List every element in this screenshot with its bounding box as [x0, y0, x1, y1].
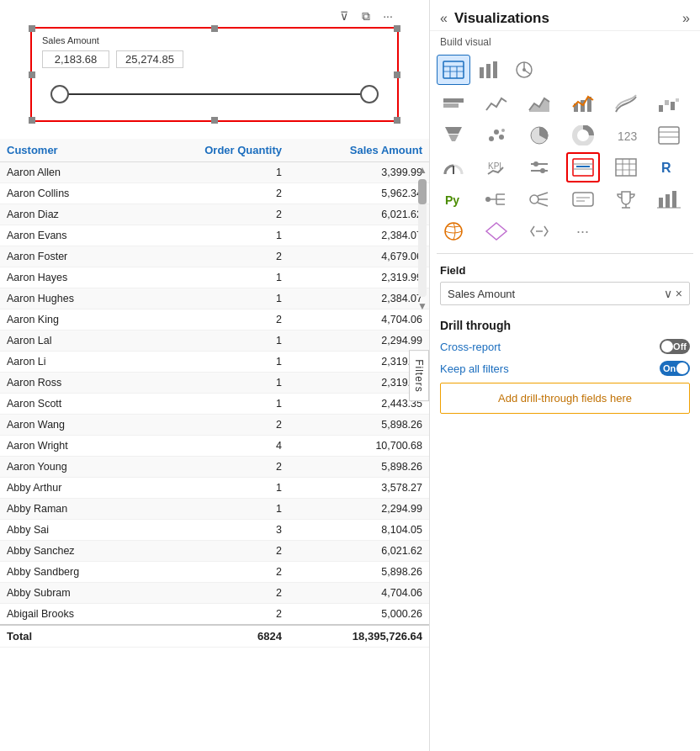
order-qty-cell: 2	[141, 541, 289, 562]
viz-python[interactable]: Py	[437, 184, 470, 214]
viz-key-influencers[interactable]	[522, 184, 556, 214]
svg-rect-17	[665, 100, 669, 105]
footer-label: Total	[0, 625, 141, 648]
viz-ribbon-chart[interactable]	[609, 88, 643, 119]
viz-slicer[interactable]	[522, 152, 556, 182]
table-row: Aaron Allen13,399.99	[0, 162, 429, 183]
slicer-max-value[interactable]: 25,274.85	[116, 50, 183, 68]
drill-add-fields-box[interactable]: Add drill-through fields here	[440, 383, 690, 414]
svg-rect-0	[443, 61, 464, 78]
resize-handle-tr[interactable]	[394, 25, 400, 32]
customer-cell: Aaron Evans	[0, 225, 141, 246]
viz-pie[interactable]	[522, 120, 556, 151]
viz-smart-narrative[interactable]	[566, 184, 600, 214]
svg-rect-10	[443, 98, 464, 103]
viz-funnel[interactable]	[437, 120, 470, 151]
slicer-min-value[interactable]: 2,183.68	[42, 50, 109, 68]
table-row: Aaron Hughes12,384.07	[0, 288, 429, 309]
viz-kpi[interactable]: KPI	[480, 152, 513, 182]
order-qty-cell: 2	[141, 183, 289, 204]
customer-cell: Abby Sanchez	[0, 541, 141, 562]
viz-gauge[interactable]	[437, 152, 470, 182]
sales-amount-cell: 5,898.26	[289, 457, 429, 478]
slider-handle-right[interactable]	[360, 85, 379, 103]
viz-scatter[interactable]	[480, 120, 513, 151]
resize-handle-tm[interactable]	[211, 25, 218, 32]
resize-handle-mr[interactable]	[394, 71, 400, 78]
drill-section: Drill through Cross-report Off Keep all …	[430, 312, 700, 420]
viz-analytics-icon[interactable]	[507, 55, 541, 85]
resize-handle-ml[interactable]	[29, 71, 35, 78]
viz-line-chart[interactable]	[480, 88, 513, 119]
dropdown-arrow-icon[interactable]: ∨	[664, 287, 672, 300]
expand-icon[interactable]: ⧉	[358, 8, 374, 24]
viz-donut[interactable]	[566, 120, 600, 151]
viz-arrows[interactable]	[522, 216, 556, 246]
viz-more-visuals[interactable]: ···	[566, 216, 600, 246]
sales-amount-cell: 2,319.99	[289, 352, 429, 373]
viz-area-chart[interactable]	[522, 88, 556, 119]
viz-icons-grid: 123 KPI R Py	[430, 85, 700, 250]
field-dropdown[interactable]: Sales Amount ∨ ×	[440, 282, 690, 305]
customer-cell: Aaron Allen	[0, 162, 141, 183]
filters-tab[interactable]: Filters	[409, 350, 429, 402]
table-row: Abby Raman12,294.99	[0, 499, 429, 520]
collapse-left-icon[interactable]: «	[440, 11, 448, 26]
viz-multi-row-card[interactable]	[652, 120, 686, 151]
panel-title: Visualizations	[454, 10, 549, 27]
resize-handle-tl[interactable]	[29, 25, 35, 32]
resize-handle-bl[interactable]	[29, 117, 35, 124]
resize-handle-bm[interactable]	[211, 117, 218, 124]
order-qty-cell: 1	[141, 373, 289, 394]
filter-icon[interactable]: ⊽	[337, 8, 352, 24]
svg-rect-66	[672, 191, 676, 208]
viz-combo-chart[interactable]	[566, 88, 600, 119]
svg-point-25	[501, 129, 505, 132]
resize-handle-br[interactable]	[394, 117, 400, 124]
customer-cell: Aaron Hughes	[0, 288, 141, 309]
scroll-down-arrow[interactable]: ▼	[417, 300, 427, 312]
viz-trophy[interactable]	[609, 184, 643, 214]
cross-report-toggle[interactable]: Off	[660, 339, 690, 354]
slider-handle-left[interactable]	[50, 85, 69, 103]
customer-cell: Abby Sai	[0, 520, 141, 541]
viz-number[interactable]: 123	[609, 120, 643, 151]
cross-report-toggle-track[interactable]: Off	[660, 339, 690, 354]
viz-map[interactable]	[437, 216, 470, 246]
customer-cell: Aaron Collins	[0, 183, 141, 204]
more-options-icon[interactable]: ···	[380, 8, 395, 24]
order-qty-cell: 2	[141, 562, 289, 583]
col-header-customer[interactable]: Customer	[0, 139, 141, 162]
viz-table-icon[interactable]	[437, 55, 470, 85]
customer-cell: Aaron Wright	[0, 436, 141, 457]
build-visual-label: Build visual	[430, 31, 700, 51]
viz-r-script[interactable]: R	[652, 152, 686, 182]
viz-waterfall[interactable]	[652, 88, 686, 119]
viz-bar-chart-icon[interactable]	[472, 55, 506, 85]
data-table-wrapper: Customer Order Quantity Sales Amount Aar…	[0, 139, 429, 751]
viz-bar-chart-2[interactable]	[652, 184, 686, 214]
svg-rect-42	[616, 159, 636, 176]
order-qty-cell: 1	[141, 331, 289, 352]
col-header-sales-amount[interactable]: Sales Amount	[289, 139, 429, 162]
sales-amount-cell: 3,399.99	[289, 162, 429, 183]
customer-cell: Aaron Ross	[0, 373, 141, 394]
col-header-order-qty[interactable]: Order Quantity	[141, 139, 289, 162]
svg-rect-11	[443, 103, 459, 108]
keep-all-filters-toggle-track[interactable]: On	[660, 361, 690, 376]
sales-amount-cell: 10,700.68	[289, 436, 429, 457]
svg-rect-18	[671, 102, 675, 110]
table-row: Aaron Collins25,962.34	[0, 183, 429, 204]
viz-diamond[interactable]	[480, 216, 513, 246]
field-clear-icon[interactable]: ×	[676, 287, 682, 300]
customer-cell: Aaron Scott	[0, 394, 141, 415]
field-section: Field Sales Amount ∨ ×	[430, 257, 700, 312]
scroll-up-arrow[interactable]: ▲	[417, 164, 427, 176]
viz-decomp-tree[interactable]	[480, 184, 513, 214]
expand-right-icon[interactable]: »	[682, 11, 690, 26]
viz-stacked-bar[interactable]	[437, 88, 470, 119]
keep-all-filters-toggle[interactable]: On	[660, 361, 690, 376]
right-panel-header: « Visualizations »	[430, 0, 700, 31]
viz-matrix[interactable]	[609, 152, 643, 182]
viz-field-list[interactable]	[566, 152, 600, 182]
